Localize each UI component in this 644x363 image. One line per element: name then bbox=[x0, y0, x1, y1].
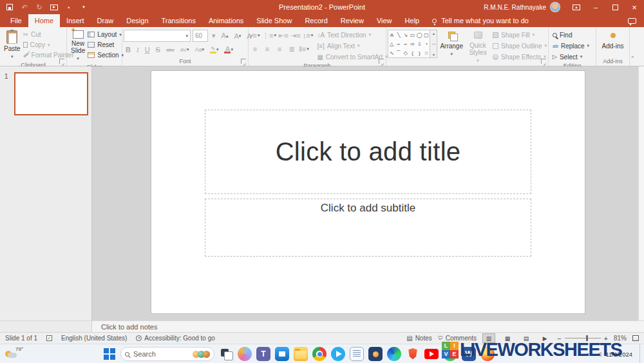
notes-pane[interactable]: Click to add notes bbox=[0, 320, 644, 332]
underline-button[interactable]: U bbox=[143, 44, 152, 55]
tab-transitions[interactable]: Transitions bbox=[155, 14, 202, 27]
select-button[interactable]: ▷Select▾ bbox=[553, 52, 589, 62]
tab-slide-show[interactable]: Slide Show bbox=[250, 14, 298, 27]
start-button[interactable] bbox=[103, 348, 116, 360]
brave-icon[interactable] bbox=[406, 347, 420, 361]
bullets-icon[interactable]: •≡▾ bbox=[250, 30, 260, 41]
find-button[interactable]: Find bbox=[553, 30, 589, 40]
shape-left-brace-icon[interactable]: { bbox=[409, 48, 416, 57]
convert-smartart-button[interactable]: ▦Convert to SmartArt▾ bbox=[317, 52, 387, 62]
shape-arc-icon[interactable]: ⌒ bbox=[395, 48, 402, 57]
zoom-slider[interactable] bbox=[565, 338, 601, 338]
layout-button[interactable]: Layout▾ bbox=[88, 30, 124, 39]
close-button[interactable]: × bbox=[625, 0, 644, 14]
shape-effects-button[interactable]: Shape Effects▾ bbox=[493, 52, 547, 62]
text-shadow-button[interactable]: abc bbox=[164, 44, 176, 55]
tab-insert[interactable]: Insert bbox=[60, 14, 91, 27]
shape-oval-icon[interactable]: ◯ bbox=[416, 30, 423, 39]
addins-button[interactable]: Add-ins bbox=[600, 29, 627, 57]
microsoft-store-icon[interactable] bbox=[275, 347, 289, 361]
vertical-scrollbar[interactable] bbox=[638, 66, 644, 320]
shape-arrow-icon[interactable]: ↘ bbox=[402, 30, 409, 39]
undo-icon[interactable]: ↶ bbox=[20, 3, 29, 12]
cut-button[interactable]: ✂Cut bbox=[23, 30, 74, 39]
copy-button[interactable]: Copy▾ bbox=[23, 40, 74, 50]
comments-bubble-icon[interactable] bbox=[628, 18, 636, 24]
character-spacing-button[interactable]: AV▾ bbox=[178, 44, 191, 55]
accessibility-status[interactable]: Accessibility: Good to go bbox=[136, 335, 215, 342]
redo-icon[interactable]: ↻ bbox=[35, 3, 44, 12]
avatar[interactable] bbox=[550, 2, 560, 12]
shape-elbow-arrow-icon[interactable]: ⌐ bbox=[402, 39, 409, 48]
line-spacing-icon[interactable]: ↕≡▾ bbox=[303, 30, 313, 41]
shape-text-box-icon[interactable]: A bbox=[388, 30, 395, 39]
weather-widget[interactable]: 79° bbox=[4, 346, 31, 362]
change-case-button[interactable]: Aa▾ bbox=[193, 44, 206, 55]
section-button[interactable]: Section▾ bbox=[88, 50, 124, 60]
align-center-icon[interactable]: ≡ bbox=[262, 43, 272, 55]
shape-rounded-rectangle-icon[interactable]: ▢ bbox=[423, 30, 430, 39]
text-direction-button[interactable]: ↕AText Direction▾ bbox=[317, 30, 387, 40]
bold-button[interactable]: B bbox=[124, 44, 133, 55]
paint-icon[interactable] bbox=[368, 347, 383, 361]
slide-indicator[interactable]: Slide 1 of 1 bbox=[5, 335, 37, 342]
grow-font-icon[interactable]: A▴ bbox=[220, 30, 231, 42]
slide-thumbnail[interactable] bbox=[14, 72, 88, 115]
task-view-icon[interactable] bbox=[219, 347, 233, 361]
align-left-icon[interactable]: ≡ bbox=[250, 43, 260, 55]
font-dialog-launcher-icon[interactable] bbox=[241, 59, 246, 64]
format-painter-button[interactable]: Format Painter bbox=[23, 50, 74, 60]
font-color-button[interactable]: A▾ bbox=[222, 44, 235, 55]
file-explorer-icon[interactable] bbox=[294, 347, 308, 361]
replace-button[interactable]: abReplace▾ bbox=[553, 41, 589, 51]
touch-mode-icon[interactable]: ▪ bbox=[64, 3, 73, 12]
font-name-combo[interactable]: ▾ bbox=[124, 30, 191, 42]
start-slideshow-icon[interactable] bbox=[50, 3, 59, 12]
fit-slide-to-window-icon[interactable] bbox=[632, 335, 639, 341]
ribbon-display-options-icon[interactable] bbox=[567, 0, 586, 14]
title-placeholder[interactable]: Click to add title bbox=[205, 110, 531, 194]
spell-check-icon[interactable]: ✓ bbox=[46, 335, 52, 341]
justify-icon[interactable]: ≣ bbox=[287, 43, 297, 55]
shape-star-icon[interactable]: ☆ bbox=[423, 48, 430, 57]
slide-canvas[interactable]: Click to add title Click to add subtitle bbox=[151, 71, 585, 313]
font-size-dropdown-icon[interactable]: ▾ bbox=[210, 30, 218, 42]
quick-styles-button[interactable]: QuickStyles ▾ bbox=[466, 29, 490, 65]
increase-indent-icon[interactable]: ⇥≡ bbox=[290, 30, 301, 41]
shape-right-arrow-icon[interactable]: ⇨ bbox=[409, 39, 416, 48]
shape-down-arrow-icon[interactable]: ⇩ bbox=[416, 39, 423, 48]
tell-me-box[interactable]: Tell me what you want to do bbox=[426, 14, 535, 27]
columns-icon[interactable]: ‖≡▾ bbox=[299, 43, 309, 55]
strikethrough-button[interactable]: S bbox=[154, 44, 162, 55]
shape-scribble-icon[interactable]: ∿ bbox=[388, 48, 395, 57]
tab-record[interactable]: Record bbox=[298, 14, 334, 27]
shape-right-brace-icon[interactable]: } bbox=[416, 48, 423, 57]
clipboard-dialog-launcher-icon[interactable] bbox=[59, 59, 64, 64]
notes-toggle-button[interactable]: ▤Notes bbox=[406, 335, 432, 342]
shrink-font-icon[interactable]: A▾ bbox=[232, 30, 243, 42]
tab-help[interactable]: Help bbox=[399, 14, 426, 27]
shape-outline-button[interactable]: Shape Outline▾ bbox=[493, 41, 547, 51]
drawing-dialog-launcher-icon[interactable] bbox=[541, 59, 546, 64]
tab-draw[interactable]: Draw bbox=[91, 14, 120, 27]
arrange-button[interactable]: Arrange▾ bbox=[437, 29, 466, 65]
shapes-gallery[interactable]: A ╲ ↘ ▭ ◯ ▢ △ ⌐ ⌐ ⇨ ⇩ ◔ ∿ ⌒ ◇ bbox=[388, 30, 437, 58]
tab-file[interactable]: File bbox=[4, 14, 28, 27]
chrome-icon[interactable] bbox=[312, 347, 327, 361]
decrease-indent-icon[interactable]: ⇤≡ bbox=[278, 30, 289, 41]
slide-thumbnail-panel[interactable]: 1 bbox=[0, 66, 92, 320]
show-desktop-button[interactable] bbox=[639, 344, 641, 363]
shape-triangle-icon[interactable]: △ bbox=[388, 39, 395, 48]
shape-line-icon[interactable]: ╲ bbox=[395, 30, 402, 39]
new-slide-button[interactable]: NewSlide ▾ bbox=[68, 29, 88, 63]
notepad-icon[interactable] bbox=[350, 347, 364, 361]
notes-placeholder[interactable]: Click to add notes bbox=[101, 323, 157, 331]
highlight-color-button[interactable]: ✎▾ bbox=[208, 44, 221, 55]
youtube-icon[interactable] bbox=[424, 349, 439, 359]
qat-dropdown-icon[interactable]: ▾ bbox=[79, 3, 88, 12]
shape-elbow-connector-icon[interactable]: ⌐ bbox=[395, 39, 402, 48]
tab-home[interactable]: Home bbox=[28, 14, 60, 27]
font-size-combo[interactable]: 60 bbox=[193, 30, 208, 42]
tab-design[interactable]: Design bbox=[120, 14, 155, 27]
language-indicator[interactable]: English (United States) bbox=[61, 335, 127, 342]
